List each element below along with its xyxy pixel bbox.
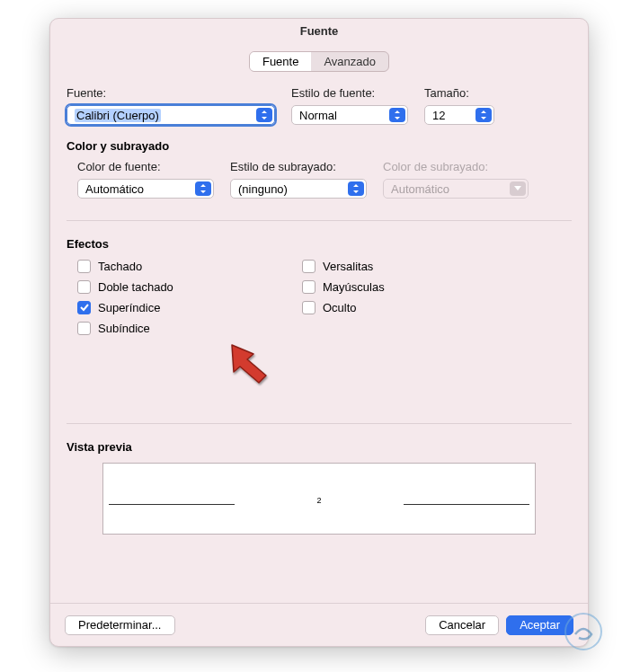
- chevron-updown-icon: [256, 108, 272, 122]
- default-button[interactable]: Predeterminar...: [65, 615, 175, 635]
- color-section-title: Color y subrayado: [67, 139, 169, 153]
- effect-strike[interactable]: Tachado: [77, 260, 302, 273]
- effect-superscript[interactable]: Superíndice: [77, 301, 302, 314]
- chevron-down-icon: [510, 181, 526, 196]
- underline-color-value: Automático: [391, 182, 449, 196]
- segmented-control: Fuente Avanzado: [249, 51, 389, 72]
- effect-double-strike[interactable]: Doble tachado: [77, 280, 302, 294]
- divider: [67, 423, 572, 424]
- dialog-window: Fuente Fuente Avanzado Fuente: Calibri (…: [49, 18, 589, 647]
- checkbox-icon: [77, 260, 91, 273]
- ok-button[interactable]: Aceptar: [506, 615, 573, 635]
- font-size-dropdown[interactable]: 12: [424, 105, 494, 125]
- font-size-label: Tamaño:: [424, 86, 494, 100]
- font-style-label: Estilo de fuente:: [291, 86, 408, 100]
- checkbox-icon: [77, 301, 91, 314]
- font-style-value: Normal: [299, 109, 337, 122]
- panel: Fuente: Calibri (Cuerpo) Estilo de fuent…: [67, 86, 572, 535]
- underline-color-label: Color de subrayado:: [383, 160, 529, 173]
- effect-label: Tachado: [98, 260, 142, 273]
- underline-style-label: Estilo de subrayado:: [230, 160, 367, 173]
- effect-label: Oculto: [323, 301, 357, 314]
- effect-label: Doble tachado: [98, 280, 173, 294]
- window-title: Fuente: [50, 19, 588, 44]
- effect-allcaps[interactable]: Mayúsculas: [302, 280, 527, 294]
- font-value: Calibri (Cuerpo): [75, 109, 161, 122]
- preview-box: 2: [102, 463, 536, 535]
- effect-label: Versalitas: [323, 260, 373, 273]
- underline-style-value: (ninguno): [238, 182, 288, 196]
- checkbox-icon: [77, 322, 91, 335]
- preview-title: Vista previa: [67, 440, 572, 454]
- tab-font[interactable]: Fuente: [250, 52, 311, 71]
- font-color-value: Automático: [85, 182, 144, 196]
- checkbox-icon: [302, 260, 316, 273]
- chevron-updown-icon: [475, 108, 492, 122]
- font-color-label: Color de fuente:: [77, 160, 214, 173]
- checkbox-icon: [302, 280, 316, 294]
- effects-title: Efectos: [67, 237, 572, 251]
- font-size-value: 12: [432, 109, 445, 122]
- effect-subscript[interactable]: Subíndice: [77, 322, 302, 335]
- preview-sample: 2: [316, 496, 321, 505]
- divider: [67, 220, 572, 221]
- font-label: Fuente:: [67, 86, 275, 100]
- effect-smallcaps[interactable]: Versalitas: [302, 260, 527, 273]
- chevron-updown-icon: [389, 108, 405, 122]
- chevron-updown-icon: [195, 181, 211, 196]
- underline-color-dropdown: Automático: [383, 179, 529, 199]
- font-dropdown[interactable]: Calibri (Cuerpo): [67, 105, 275, 125]
- tab-advanced[interactable]: Avanzado: [311, 52, 388, 71]
- effect-label: Mayúsculas: [323, 280, 385, 294]
- underline-style-dropdown[interactable]: (ninguno): [230, 179, 367, 199]
- checkbox-icon: [77, 280, 91, 294]
- checkbox-icon: [302, 301, 316, 314]
- preview-baseline: [404, 504, 529, 505]
- dialog-footer: Predeterminar... Cancelar Aceptar: [50, 603, 588, 646]
- cancel-button[interactable]: Cancelar: [425, 615, 499, 635]
- effect-label: Superíndice: [98, 301, 160, 314]
- font-style-dropdown[interactable]: Normal: [291, 105, 408, 125]
- effect-label: Subíndice: [98, 322, 150, 335]
- preview-baseline: [109, 504, 235, 505]
- tab-bar: Fuente Avanzado: [50, 51, 588, 72]
- effect-hidden[interactable]: Oculto: [302, 301, 527, 314]
- font-color-dropdown[interactable]: Automático: [77, 179, 214, 199]
- chevron-updown-icon: [348, 181, 364, 196]
